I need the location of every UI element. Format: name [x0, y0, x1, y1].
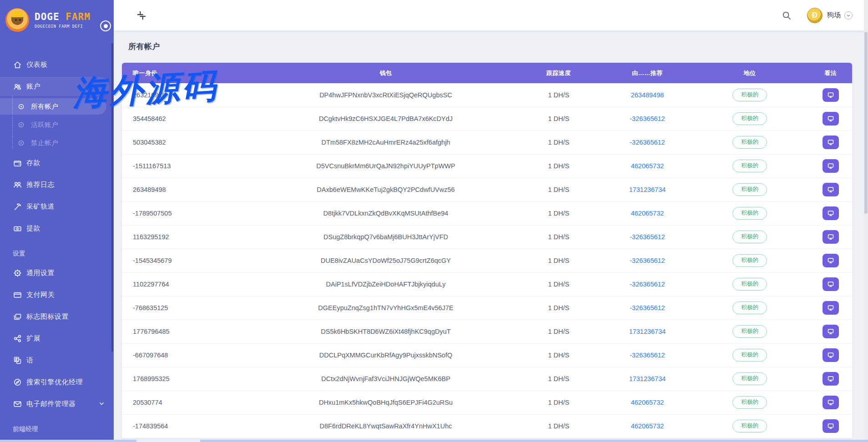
sidebar-item-general-settings[interactable]: 通用设置 [0, 262, 114, 284]
accounts-table-body: 263210918DP4hwJFPNxnbV3xcRtXiESjqQeRQUgb… [122, 83, 852, 438]
horizontal-scrollbar[interactable] [0, 440, 868, 442]
user-menu[interactable]: Ð 狗场 [807, 8, 853, 23]
chevron-down-icon [99, 400, 105, 408]
doge-logo-icon [5, 8, 29, 32]
referrer-link[interactable]: 1731236734 [629, 328, 666, 335]
view-button[interactable] [823, 183, 839, 196]
referrer-link[interactable]: 462065732 [631, 162, 664, 170]
referrer-link[interactable]: -326365612 [630, 115, 665, 122]
brand-subtitle: DOGECOIN FARM DEFI [35, 24, 91, 29]
sidebar-item-logo-icon-settings[interactable]: 标志图标设置 [0, 306, 114, 327]
sidebar-item-dashboard[interactable]: 仪表板 [0, 54, 114, 75]
cell-wallet: D5VCsnuBkrMm6UrQaJN92hpiYUUyPTpWWP [258, 154, 513, 178]
main-area: Ð 狗场 所有帐户 唯一身份 钱包 [114, 0, 868, 442]
cell-unique-id: -1511167513 [122, 154, 258, 178]
view-button[interactable] [823, 301, 839, 315]
view-button[interactable] [823, 112, 839, 126]
view-button[interactable] [823, 348, 839, 362]
sidebar-item-language[interactable]: 语 [0, 349, 114, 371]
sidebar-item-label: 标志图标设置 [26, 312, 69, 321]
sidebar-item-withdrawals[interactable]: 提款 [0, 217, 114, 239]
view-button[interactable] [823, 277, 839, 291]
referrer-link[interactable]: 462065732 [631, 399, 664, 406]
accounts-submenu: 所有帐户 活跃账户 禁止帐户 [0, 97, 114, 152]
view-button[interactable] [823, 419, 839, 433]
column-header-referred-by: 由……推荐 [604, 63, 691, 83]
status-badge: 积极的 [732, 372, 767, 385]
status-badge: 积极的 [732, 207, 767, 220]
view-button[interactable] [823, 372, 839, 386]
table-row: 263489498DAxb6eWEMwKKeTuj2gkBQY2PCdwfUVw… [122, 178, 852, 201]
app-window: DOGE FARM DOGECOIN FARM DEFI 仪表板 账户 [0, 0, 868, 442]
table-row: -667097648DDCLPqXMMGCurKbRfAgy9PujxsskbN… [122, 343, 852, 367]
cell-wallet: D8F6rdDReKL8YwqtSawRaXfr4YnHwX1Uhc [258, 414, 513, 438]
vertical-scrollbar[interactable] [864, 0, 868, 442]
sidebar-item-active-accounts[interactable]: 活跃账户 [0, 116, 114, 134]
cell-speed: 1 DH/S [513, 201, 604, 225]
status-badge: 积极的 [732, 396, 767, 409]
referrer-link[interactable]: -326365612 [630, 304, 665, 311]
referrer-link[interactable]: 1731236734 [629, 186, 666, 193]
view-button[interactable] [823, 159, 839, 173]
sidebar-item-all-accounts[interactable]: 所有帐户 [0, 97, 114, 116]
sidebar-item-mining-tracks[interactable]: 采矿轨道 [0, 196, 114, 217]
status-badge: 积极的 [732, 89, 767, 101]
view-button[interactable] [823, 136, 839, 149]
referrer-link[interactable]: -326365612 [630, 257, 665, 264]
sidebar-item-label: 仪表板 [26, 60, 48, 69]
sidebar-item-deposits[interactable]: 存款 [0, 152, 114, 174]
gear-icon [13, 268, 22, 277]
sidebar-pin-toggle[interactable] [100, 20, 111, 31]
referrer-link[interactable]: 263489498 [631, 91, 664, 99]
brand: DOGE FARM DOGECOIN FARM DEFI [0, 0, 114, 32]
referrer-link[interactable]: 462065732 [631, 422, 664, 430]
cell-unique-id: 1768995325 [122, 367, 258, 391]
cell-wallet: DUE8ivZAUaCsYDoWf25oJ75G9crtZ6qcGY [258, 249, 513, 272]
referrer-link[interactable]: -326365612 [630, 281, 665, 288]
sidebar-item-payment-gateways[interactable]: 支付网关 [0, 284, 114, 306]
view-button[interactable] [823, 396, 839, 409]
referrer-link[interactable]: -326365612 [630, 233, 665, 241]
sidebar-item-email-manager[interactable]: 电子邮件管理器 [0, 393, 114, 415]
sidebar-item-banned-accounts[interactable]: 禁止帐户 [0, 134, 114, 152]
content: 所有帐户 唯一身份 钱包 跟踪速度 由……推荐 地位 看法 [114, 41, 868, 438]
referrer-link[interactable]: 462065732 [631, 210, 664, 217]
cell-speed: 1 DH/S [513, 414, 604, 438]
search-icon[interactable] [781, 10, 792, 21]
view-button[interactable] [823, 88, 839, 102]
collapse-sidebar-button[interactable] [136, 10, 147, 21]
status-badge: 积极的 [732, 254, 767, 267]
sidebar-item-referral-log[interactable]: 推荐日志 [0, 174, 114, 196]
accounts-table-card: 唯一身份 钱包 跟踪速度 由……推荐 地位 看法 263210918DP4hwJ… [122, 63, 852, 438]
active-highlight [0, 98, 106, 115]
sidebar-section-settings: 设置 [0, 246, 114, 262]
sidebar-item-seo-manager[interactable]: 搜索引擎优化经理 [0, 371, 114, 393]
cell-unique-id: 1163295192 [122, 225, 258, 249]
view-button[interactable] [823, 254, 839, 267]
column-header-status: 地位 [691, 63, 809, 83]
table-row: -1511167513D5VCsnuBkrMm6UrQaJN92hpiYUUyP… [122, 154, 852, 178]
globe-icon [13, 377, 22, 387]
cell-wallet: DS5k6HbSKHT8D6WZ6iXt48fjhKC9qgDyuT [258, 320, 513, 343]
sidebar-item-extensions[interactable]: 扩展 [0, 327, 114, 349]
referrer-link[interactable]: 1731236734 [629, 375, 666, 382]
sidebar-item-label: 禁止帐户 [31, 139, 58, 147]
view-button[interactable] [823, 206, 839, 220]
sidebar-item-accounts[interactable]: 账户 [0, 75, 114, 97]
avatar: Ð [807, 8, 823, 23]
sidebar: DOGE FARM DOGECOIN FARM DEFI 仪表板 账户 [0, 0, 114, 442]
view-button[interactable] [823, 230, 839, 244]
table-header-row: 唯一身份 钱包 跟踪速度 由……推荐 地位 看法 [122, 63, 852, 83]
nodes-icon [13, 334, 22, 343]
table-row: -768635125DGEEypuZnqZsg1hTN7vYhHGx5mE4v5… [122, 296, 852, 320]
status-badge: 积极的 [732, 160, 767, 172]
sidebar-scrollbar[interactable] [111, 43, 113, 352]
users-icon [13, 82, 22, 91]
referrer-link[interactable]: -326365612 [630, 139, 665, 146]
table-row: 20530774DHxu1mKx5hkwQoBHqJfqS6EPJFi4G2uR… [122, 391, 852, 414]
referrer-link[interactable]: -326365612 [630, 352, 665, 359]
wallet-icon [13, 158, 22, 167]
view-button[interactable] [823, 325, 839, 338]
cell-wallet: DAiP1sLfVDZjbZeiHDoHAFTJbjkyiqduLy [258, 272, 513, 296]
cell-speed: 1 DH/S [513, 249, 604, 272]
